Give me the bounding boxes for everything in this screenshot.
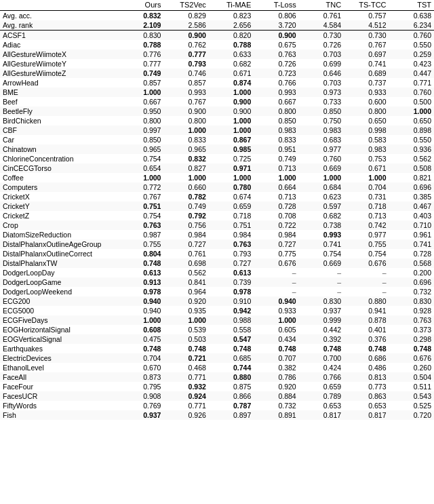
dataset-name: Crop bbox=[0, 220, 119, 230]
data-cell: 0.866 bbox=[209, 391, 254, 401]
data-cell: 0.697 bbox=[344, 50, 389, 59]
data-cell: 0.767 bbox=[119, 192, 163, 201]
data-cell: 0.754 bbox=[119, 154, 163, 163]
results-table: Ours TS2Vec Ti-MAE T-Loss TNC TS-TCC TST… bbox=[0, 0, 434, 420]
data-cell: 0.795 bbox=[119, 382, 163, 391]
data-cell: 0.200 bbox=[389, 268, 434, 277]
data-cell: 0.983 bbox=[254, 125, 298, 135]
data-cell: 0.984 bbox=[254, 230, 298, 239]
data-cell: 0.897 bbox=[209, 410, 254, 420]
data-cell: 0.748 bbox=[119, 344, 163, 353]
data-cell: 1.000 bbox=[163, 125, 208, 135]
data-cell: 0.732 bbox=[254, 401, 298, 410]
data-cell: 0.941 bbox=[344, 306, 389, 315]
data-cell: 0.850 bbox=[254, 116, 298, 125]
col-header-ours: Ours bbox=[119, 0, 163, 11]
data-cell: 0.935 bbox=[163, 306, 208, 315]
data-cell: 0.950 bbox=[119, 106, 163, 116]
data-cell: 0.773 bbox=[344, 382, 389, 391]
dataset-name: DodgerLoopDay bbox=[0, 268, 119, 277]
data-cell: 0.682 bbox=[299, 211, 344, 220]
data-cell: 0.754 bbox=[299, 249, 344, 258]
data-cell: 0.613 bbox=[209, 268, 254, 277]
data-cell: 0.760 bbox=[389, 88, 434, 97]
data-cell: 0.985 bbox=[209, 144, 254, 154]
dataset-name: Computers bbox=[0, 182, 119, 192]
data-cell: 0.788 bbox=[119, 40, 163, 50]
data-cell: 0.780 bbox=[209, 182, 254, 192]
data-cell: 0.777 bbox=[119, 59, 163, 69]
data-cell: 0.800 bbox=[344, 106, 389, 116]
data-cell: 0.659 bbox=[209, 201, 254, 211]
data-cell: 0.965 bbox=[119, 144, 163, 154]
dataset-name: ArrowHead bbox=[0, 78, 119, 88]
data-cell: 0.718 bbox=[344, 201, 389, 211]
data-cell: 0.884 bbox=[254, 391, 298, 401]
data-cell: 0.983 bbox=[299, 125, 344, 135]
data-cell: 0.850 bbox=[299, 106, 344, 116]
summary-cell: 6.234 bbox=[389, 20, 434, 31]
dataset-name: ECG200 bbox=[0, 296, 119, 306]
data-cell: 0.385 bbox=[389, 192, 434, 201]
data-cell: 0.760 bbox=[299, 154, 344, 163]
data-cell: 0.654 bbox=[119, 163, 163, 173]
data-cell: 0.787 bbox=[209, 401, 254, 410]
dataset-name: CricketX bbox=[0, 192, 119, 201]
summary-row-name: Avg. acc. bbox=[0, 11, 119, 21]
data-cell: 0.771 bbox=[163, 401, 208, 410]
data-cell: 0.983 bbox=[344, 144, 389, 154]
data-cell: 0.763 bbox=[119, 220, 163, 230]
data-cell: 0.733 bbox=[299, 97, 344, 106]
data-cell: 0.442 bbox=[299, 325, 344, 334]
data-cell: 0.833 bbox=[163, 135, 208, 144]
data-cell: 1.000 bbox=[163, 315, 208, 325]
data-cell: 0.423 bbox=[389, 59, 434, 69]
data-cell: 0.682 bbox=[209, 59, 254, 69]
dataset-name: CinCECGTorso bbox=[0, 163, 119, 173]
data-cell: 0.583 bbox=[344, 135, 389, 144]
summary-cell: 0.823 bbox=[209, 11, 254, 21]
data-cell: 0.763 bbox=[254, 50, 298, 59]
data-cell: 0.900 bbox=[209, 106, 254, 116]
data-cell: 0.932 bbox=[163, 382, 208, 391]
data-cell: 0.760 bbox=[389, 31, 434, 40]
data-cell: 0.547 bbox=[209, 334, 254, 344]
data-cell: 0.660 bbox=[163, 182, 208, 192]
data-cell: 0.667 bbox=[254, 97, 298, 106]
data-cell: 0.676 bbox=[344, 258, 389, 268]
data-cell: 0.749 bbox=[163, 201, 208, 211]
data-cell: 0.503 bbox=[163, 334, 208, 344]
summary-cell: 0.638 bbox=[389, 11, 434, 21]
summary-cell: 0.829 bbox=[163, 11, 208, 21]
col-header-tstcc: TS-TCC bbox=[344, 0, 389, 11]
dataset-name: ElectricDevices bbox=[0, 353, 119, 363]
data-cell: 0.659 bbox=[299, 382, 344, 391]
summary-cell: 0.757 bbox=[344, 11, 389, 21]
data-cell: 0.940 bbox=[254, 296, 298, 306]
data-cell: 0.597 bbox=[299, 201, 344, 211]
dataset-name: DodgerLoopWeekend bbox=[0, 287, 119, 296]
data-cell: 1.000 bbox=[254, 315, 298, 325]
data-cell: 0.674 bbox=[209, 192, 254, 201]
data-cell: 0.936 bbox=[389, 144, 434, 154]
data-cell: 0.857 bbox=[119, 78, 163, 88]
data-cell: 0.558 bbox=[209, 325, 254, 334]
data-cell: 0.761 bbox=[163, 249, 208, 258]
dataset-name: EthanolLevel bbox=[0, 363, 119, 372]
data-cell: 0.699 bbox=[299, 59, 344, 69]
data-cell: – bbox=[254, 268, 298, 277]
data-cell: 0.748 bbox=[163, 344, 208, 353]
data-cell: 0.833 bbox=[254, 135, 298, 144]
data-cell: 0.508 bbox=[389, 163, 434, 173]
data-cell: 0.928 bbox=[389, 306, 434, 315]
data-cell: 1.000 bbox=[209, 125, 254, 135]
data-cell: 0.926 bbox=[163, 410, 208, 420]
data-cell: 1.000 bbox=[389, 106, 434, 116]
data-cell: 0.820 bbox=[209, 31, 254, 40]
summary-cell: 4.584 bbox=[299, 20, 344, 31]
data-cell: 0.653 bbox=[299, 401, 344, 410]
data-cell: 0.965 bbox=[163, 144, 208, 154]
data-cell: 0.468 bbox=[163, 363, 208, 372]
data-cell: 0.741 bbox=[389, 239, 434, 249]
data-cell: 0.767 bbox=[163, 97, 208, 106]
